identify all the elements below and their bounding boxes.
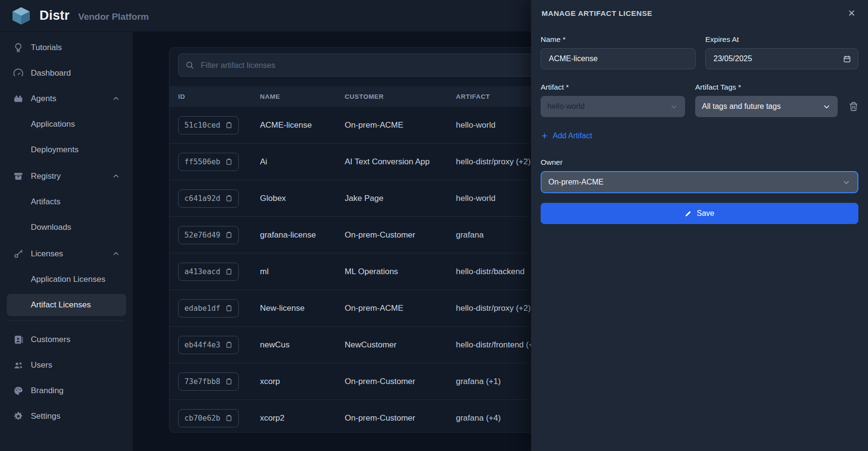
sidebar-item-licenses[interactable]: Licenses xyxy=(7,243,126,265)
sidebar-item-dashboard[interactable]: Dashboard xyxy=(7,62,126,84)
license-name: xcorp2 xyxy=(260,413,345,423)
sidebar-item-label: Dashboard xyxy=(31,68,71,78)
copy-icon[interactable] xyxy=(225,341,233,348)
sidebar-item-label: Registry xyxy=(31,172,61,181)
license-id: ff5506eb xyxy=(184,158,220,166)
sidebar-item-label: Artifacts xyxy=(31,197,60,207)
license-name: grafana-license xyxy=(260,230,345,240)
plus-icon xyxy=(541,132,548,140)
artifact-tags-label: Artifact Tags * xyxy=(695,83,838,92)
license-customer: AI Text Conversion App xyxy=(345,157,456,167)
close-icon[interactable]: ✕ xyxy=(848,9,855,18)
copy-icon[interactable] xyxy=(225,268,233,275)
chevron-down-icon xyxy=(670,102,678,111)
sidebar-nav: TutorialsDashboardAgentsApplicationsDepl… xyxy=(0,32,133,451)
name-field-wrap xyxy=(541,48,696,69)
sidebar-item-applications[interactable]: Applications xyxy=(7,113,126,135)
chevron-up-icon[interactable] xyxy=(112,250,120,258)
sidebar-item-label: Artifact Licenses xyxy=(31,300,91,310)
license-id-chip[interactable]: ff5506eb xyxy=(178,153,239,171)
chevron-down-icon xyxy=(842,178,851,186)
license-customer: Jake Page xyxy=(345,194,456,203)
chevron-up-icon[interactable] xyxy=(112,172,120,181)
license-id: 51c10ced xyxy=(184,121,220,130)
copy-icon[interactable] xyxy=(225,305,233,312)
license-name: New-license xyxy=(260,304,345,313)
license-customer: ML Operations xyxy=(345,267,456,277)
copy-icon[interactable] xyxy=(225,414,233,422)
sidebar-item-users[interactable]: Users xyxy=(7,354,126,376)
sidebar-item-artifacts[interactable]: Artifacts xyxy=(7,191,126,213)
license-id-chip[interactable]: cb70e62b xyxy=(178,409,239,427)
license-customer: On-prem-ACME xyxy=(345,304,456,313)
name-field[interactable] xyxy=(548,54,688,64)
license-id: eb44f4e3 xyxy=(184,341,220,349)
sidebar-item-agents[interactable]: Agents xyxy=(7,88,126,110)
sidebar-item-branding[interactable]: Branding xyxy=(7,380,126,402)
brand-suffix: Vendor Platform xyxy=(78,12,149,22)
sidebar-item-label: Tutorials xyxy=(31,43,62,53)
license-id-chip[interactable]: edabe1df xyxy=(178,299,239,318)
calendar-icon[interactable] xyxy=(843,55,851,63)
sidebar-item-label: Application Licenses xyxy=(31,275,105,284)
add-artifact-button[interactable]: Add Artifact xyxy=(541,132,592,140)
sidebar-item-artifact-licenses[interactable]: Artifact Licenses xyxy=(7,294,126,316)
brick-icon xyxy=(13,93,24,105)
sidebar-item-label: Branding xyxy=(31,386,64,396)
sidebar-item-downloads[interactable]: Downloads xyxy=(7,216,126,239)
artifact-select[interactable]: hello-world xyxy=(541,96,685,117)
license-id-chip[interactable]: 73e7fbb8 xyxy=(178,372,239,391)
sidebar-item-customers[interactable]: Customers xyxy=(7,329,126,351)
save-button[interactable]: Save xyxy=(541,203,858,224)
license-id: cb70e62b xyxy=(184,414,220,423)
license-name: xcorp xyxy=(260,377,345,386)
copy-icon[interactable] xyxy=(225,121,233,129)
sidebar-item-registry[interactable]: Registry xyxy=(7,165,126,187)
copy-icon[interactable] xyxy=(225,158,233,165)
license-id-chip[interactable]: eb44f4e3 xyxy=(178,336,239,354)
license-id-chip[interactable]: 51c10ced xyxy=(178,116,239,134)
brand-name: Distr xyxy=(39,8,70,23)
sidebar-item-tutorials[interactable]: Tutorials xyxy=(7,37,126,59)
sidebar-item-label: Downloads xyxy=(31,223,71,232)
name-label: Name * xyxy=(541,35,696,44)
sidebar-item-label: Licenses xyxy=(31,249,63,259)
copy-icon[interactable] xyxy=(225,231,233,239)
license-id: 73e7fbb8 xyxy=(184,377,220,386)
license-id-chip[interactable]: c641a92d xyxy=(178,189,239,208)
expires-at-field-wrap xyxy=(705,48,858,69)
gear-icon xyxy=(13,411,24,422)
sidebar-item-deployments[interactable]: Deployments xyxy=(7,139,126,161)
sidebar-item-settings[interactable]: Settings xyxy=(7,405,126,427)
copy-icon[interactable] xyxy=(225,195,233,202)
artifact-tags-select[interactable]: All tags and future tags xyxy=(695,96,838,117)
save-button-label: Save xyxy=(697,209,714,218)
trash-icon xyxy=(849,102,858,111)
sidebar-item-application-licenses[interactable]: Application Licenses xyxy=(7,268,126,291)
column-header-name: NAME xyxy=(260,93,345,100)
sidebar-divider xyxy=(8,320,125,321)
sidebar-item-label: Users xyxy=(31,360,52,370)
copy-icon[interactable] xyxy=(225,378,233,385)
chevron-down-icon xyxy=(822,102,831,111)
lightbulb-icon xyxy=(13,42,24,53)
owner-select[interactable]: On-prem-ACME xyxy=(541,171,858,193)
license-id: 52e76d49 xyxy=(184,231,220,239)
license-id-chip[interactable]: 52e76d49 xyxy=(178,226,239,244)
sidebar-item-label: Settings xyxy=(31,411,60,421)
column-header-customer: CUSTOMER xyxy=(345,93,456,100)
drawer-title: MANAGE ARTIFACT LICENSE xyxy=(542,9,652,18)
chevron-up-icon[interactable] xyxy=(112,94,120,103)
sidebar-item-label: Customers xyxy=(31,335,70,345)
expires-at-field[interactable] xyxy=(713,54,839,64)
key-icon xyxy=(13,248,24,260)
remove-artifact-button[interactable] xyxy=(848,96,859,117)
sidebar-item-label: Deployments xyxy=(31,145,78,155)
license-name: ml xyxy=(260,267,345,277)
pencil-icon xyxy=(685,210,692,217)
app-window: Distr Vendor Platform TutorialsDashboard… xyxy=(0,0,868,451)
sidebar-item-label: Applications xyxy=(31,119,75,129)
search-icon xyxy=(185,61,194,69)
license-id-chip[interactable]: a413eacd xyxy=(178,263,239,281)
add-artifact-label: Add Artifact xyxy=(553,132,592,140)
